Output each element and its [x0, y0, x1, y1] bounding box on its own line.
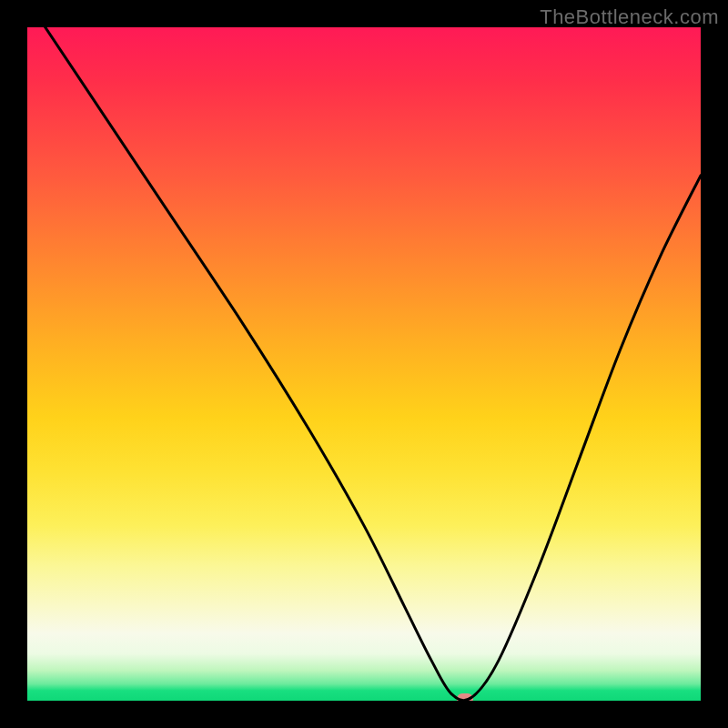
chart-frame: TheBottleneck.com [0, 0, 728, 728]
bottleneck-curve [27, 27, 701, 701]
plot-area [27, 27, 701, 701]
bottleneck-curve-path [27, 27, 701, 701]
watermark-text: TheBottleneck.com [540, 5, 719, 29]
